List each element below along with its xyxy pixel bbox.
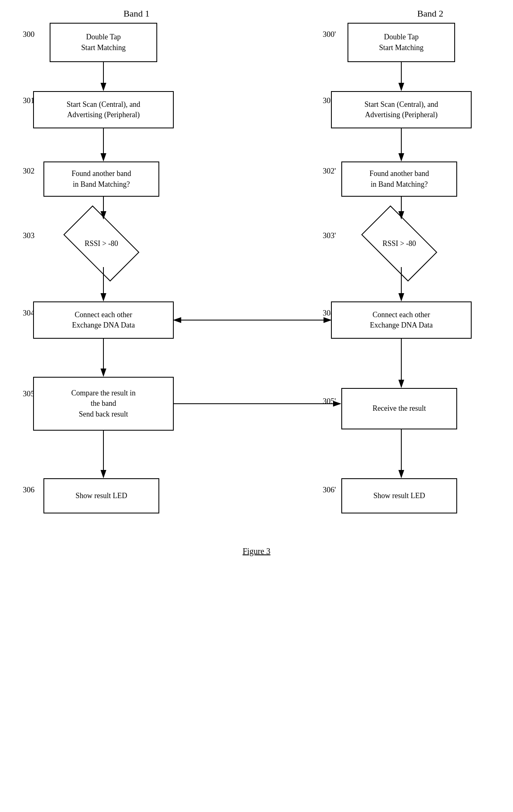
box-302: Found another band in Band Matching? [43, 161, 159, 197]
box-304: Connect each other Exchange DNA Data [33, 301, 174, 339]
diagram-container: Band 1 Band 2 300 Double Tap Start Match… [0, 0, 513, 812]
box-302p: Found another band in Band Matching? [341, 161, 457, 197]
band1-header: Band 1 [95, 8, 178, 19]
step-306p-label: 306' [323, 485, 336, 494]
step-306-label: 306 [23, 485, 35, 494]
step-303p-label: 303' [323, 231, 336, 240]
step-302-label: 302 [23, 166, 35, 176]
box-301: Start Scan (Central), and Advertising (P… [33, 91, 174, 128]
box-305p: Receive the result [341, 388, 457, 429]
box-300: Double Tap Start Matching [50, 23, 157, 62]
band2-header: Band 2 [389, 8, 472, 19]
box-305: Compare the result in the band Send back… [33, 377, 174, 431]
step-302p-label: 302' [323, 166, 336, 176]
diamond-303p: RSSI > -80 [341, 219, 457, 267]
step-303-label: 303 [23, 231, 35, 240]
diamond-303-label: RSSI > -80 [84, 239, 118, 248]
box-304p: Connect each other Exchange DNA Data [331, 301, 472, 339]
box-301p: Start Scan (Central), and Advertising (P… [331, 91, 472, 128]
box-306p: Show result LED [341, 478, 457, 513]
box-300p: Double Tap Start Matching [348, 23, 455, 62]
diamond-303p-label: RSSI > -80 [382, 239, 416, 248]
figure-caption: Figure 3 [203, 547, 310, 556]
step-305p-label: 305' [323, 397, 336, 406]
diamond-303: RSSI > -80 [43, 219, 159, 267]
box-306: Show result LED [43, 478, 159, 513]
step-300p-label: 300' [323, 30, 336, 39]
step-300-label: 300 [23, 30, 35, 39]
